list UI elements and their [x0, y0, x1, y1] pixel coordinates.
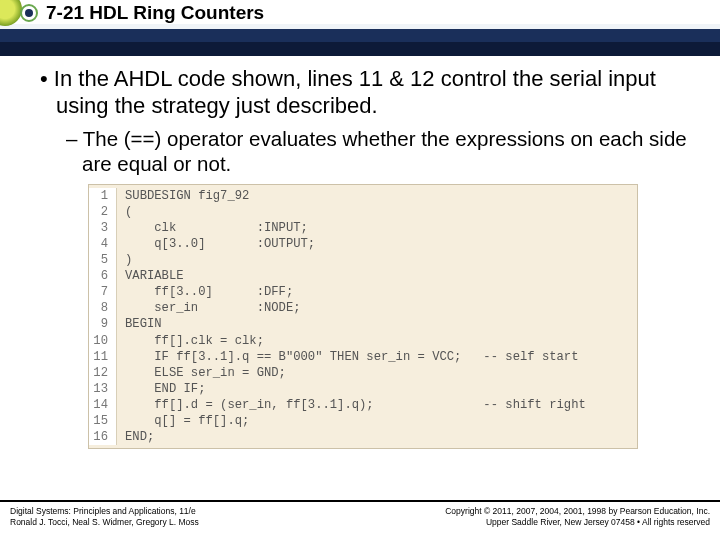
slide-header: 7-21 HDL Ring Counters [0, 0, 720, 56]
code-line: ff[3..0] :DFF; [117, 284, 293, 300]
footer-copyright: Copyright © 2011, 2007, 2004, 2001, 1998… [445, 506, 710, 517]
header-band [0, 24, 720, 56]
code-line: END; [117, 429, 154, 445]
code-line: ( [117, 204, 132, 220]
slide-title: 7-21 HDL Ring Counters [46, 2, 264, 24]
footer-left: Digital Systems: Principles and Applicat… [10, 506, 199, 527]
code-line: BEGIN [117, 316, 162, 332]
code-line: ) [117, 252, 132, 268]
slide-footer: Digital Systems: Principles and Applicat… [0, 500, 720, 540]
code-line: IF ff[3..1].q == B"000" THEN ser_in = VC… [117, 349, 578, 365]
code-listing: 1SUBDESIGN fig7_92 2( 3 clk :INPUT; 4 q[… [88, 184, 638, 450]
footer-right: Copyright © 2011, 2007, 2004, 2001, 1998… [445, 506, 710, 527]
slide-body: In the AHDL code shown, lines 11 & 12 co… [0, 56, 720, 449]
code-line: ELSE ser_in = GND; [117, 365, 286, 381]
code-line: ff[].clk = clk; [117, 333, 264, 349]
title-bullet-icon [20, 4, 38, 22]
bullet-level2: The (==) operator evaluates whether the … [40, 126, 692, 176]
code-line: ff[].d = (ser_in, ff[3..1].q); -- shift … [117, 397, 586, 413]
code-line: END IF; [117, 381, 205, 397]
code-line: q[] = ff[].q; [117, 413, 249, 429]
code-line: SUBDESIGN fig7_92 [117, 188, 249, 204]
footer-book-title: Digital Systems: Principles and Applicat… [10, 506, 199, 517]
code-line: VARIABLE [117, 268, 184, 284]
code-line: ser_in :NODE; [117, 300, 301, 316]
code-line: clk :INPUT; [117, 220, 308, 236]
footer-address: Upper Saddle River, New Jersey 07458 • A… [445, 517, 710, 528]
footer-authors: Ronald J. Tocci, Neal S. Widmer, Gregory… [10, 517, 199, 528]
code-line: q[3..0] :OUTPUT; [117, 236, 315, 252]
bullet-level1: In the AHDL code shown, lines 11 & 12 co… [40, 66, 692, 120]
